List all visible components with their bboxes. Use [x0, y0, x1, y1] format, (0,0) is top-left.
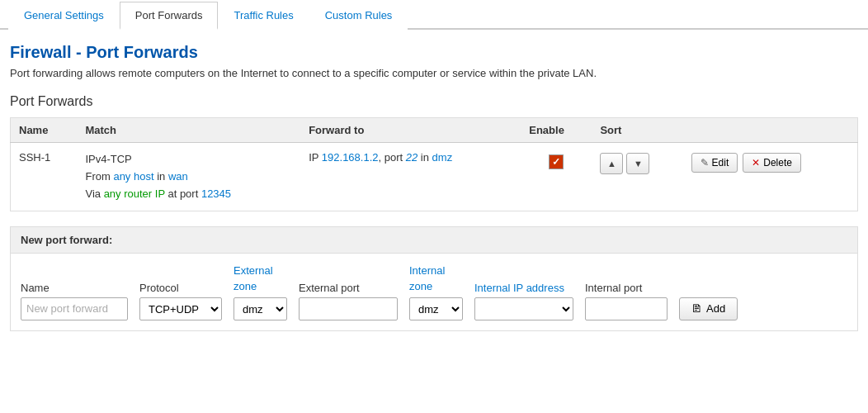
edit-button[interactable]: ✎ Edit	[691, 153, 738, 173]
col-header-name: Name	[11, 118, 78, 143]
protocol-select[interactable]: TCP+UDP TCP UDP ICMP	[139, 297, 222, 320]
label-name: Name	[21, 282, 128, 294]
match-via: Via any router IP at port 12345	[85, 186, 292, 203]
form-col-name: Name	[21, 282, 128, 320]
match-via-port[interactable]: 12345	[201, 188, 231, 200]
external-port-input[interactable]	[299, 297, 398, 320]
main-content: Firewall - Port Forwards Port forwarding…	[0, 30, 868, 344]
tab-port-forwards[interactable]: Port Forwards	[120, 2, 219, 30]
sort-down-button[interactable]: ▼	[626, 153, 649, 174]
tab-general-settings[interactable]: General Settings	[8, 2, 120, 30]
tab-traffic-rules[interactable]: Traffic Rules	[218, 2, 309, 30]
section-title: Port Forwards	[10, 94, 858, 109]
match-from: From any host in wan	[85, 169, 292, 186]
row-enable	[521, 143, 592, 211]
form-col-external-port: External port	[299, 282, 398, 320]
forward-ip: 192.168.1.2	[322, 151, 379, 164]
match-protocol: IPv4-TCP	[85, 151, 292, 169]
label-external-port: External port	[299, 282, 398, 294]
label-external-zone: Externalzone	[234, 263, 287, 293]
table-row: SSH-1 IPv4-TCP From any host in wan Via …	[11, 143, 858, 211]
forward-port: 22	[406, 151, 417, 164]
form-columns: Name Protocol TCP+UDP TCP UDP ICMP Exter…	[21, 263, 847, 320]
label-internal-ip: Internal IP address	[474, 282, 573, 294]
add-label: Add	[706, 302, 725, 315]
add-button[interactable]: 🖹 Add	[679, 297, 738, 320]
internal-zone-select[interactable]: dmz wan lan	[409, 297, 463, 320]
external-zone-select[interactable]: dmz wan lan	[234, 297, 287, 320]
edit-icon: ✎	[701, 157, 709, 169]
row-match: IPv4-TCP From any host in wan Via any ro…	[77, 143, 300, 211]
row-sort: ▲ ▼	[592, 143, 682, 211]
tab-bar: General Settings Port Forwards Traffic R…	[0, 0, 868, 30]
row-forward: IP 192.168.1.2, port 22 in dmz	[300, 143, 521, 211]
forward-zone: dmz	[432, 151, 453, 164]
label-protocol: Protocol	[139, 282, 222, 294]
tab-custom-rules[interactable]: Custom Rules	[309, 2, 408, 30]
name-input[interactable]	[21, 297, 128, 320]
enable-checkbox[interactable]	[549, 154, 564, 169]
delete-icon: ✕	[752, 157, 760, 169]
form-col-internal-ip: Internal IP address	[474, 282, 573, 320]
form-col-internal-port: Internal port	[585, 282, 668, 320]
col-header-enable: Enable	[521, 118, 592, 143]
label-internal-zone: Internalzone	[409, 263, 463, 293]
add-icon: 🖹	[691, 302, 702, 315]
form-col-internal-zone: Internalzone dmz wan lan	[409, 263, 463, 320]
delete-button[interactable]: ✕ Delete	[743, 153, 801, 173]
match-from-zone: wan	[168, 170, 188, 183]
match-via-link[interactable]: any router IP	[104, 188, 165, 200]
new-section-form: Name Protocol TCP+UDP TCP UDP ICMP Exter…	[11, 254, 857, 330]
form-col-add: 🖹 Add	[679, 282, 738, 320]
form-col-protocol: Protocol TCP+UDP TCP UDP ICMP	[139, 282, 222, 320]
internal-port-input[interactable]	[585, 297, 668, 320]
new-section-header: New port forward:	[11, 227, 857, 254]
row-name: SSH-1	[11, 143, 78, 211]
page-description: Port forwarding allows remote computers …	[10, 67, 858, 79]
col-header-sort: Sort	[592, 118, 682, 143]
port-forwards-table: Name Match Forward to Enable Sort SSH-1 …	[10, 117, 858, 211]
internal-ip-select[interactable]	[474, 297, 573, 320]
sort-up-button[interactable]: ▲	[600, 153, 623, 174]
page-title: Firewall - Port Forwards	[10, 43, 858, 62]
col-header-forward: Forward to	[300, 118, 521, 143]
col-header-match: Match	[77, 118, 300, 143]
match-from-link[interactable]: any host	[113, 170, 153, 183]
col-header-actions	[683, 118, 858, 143]
label-internal-port: Internal port	[585, 282, 668, 294]
new-port-forward-section: New port forward: Name Protocol TCP+UDP …	[10, 226, 858, 330]
form-col-external-zone: Externalzone dmz wan lan	[234, 263, 287, 320]
row-actions: ✎ Edit ✕ Delete	[683, 143, 858, 211]
label-spacer	[679, 282, 738, 294]
